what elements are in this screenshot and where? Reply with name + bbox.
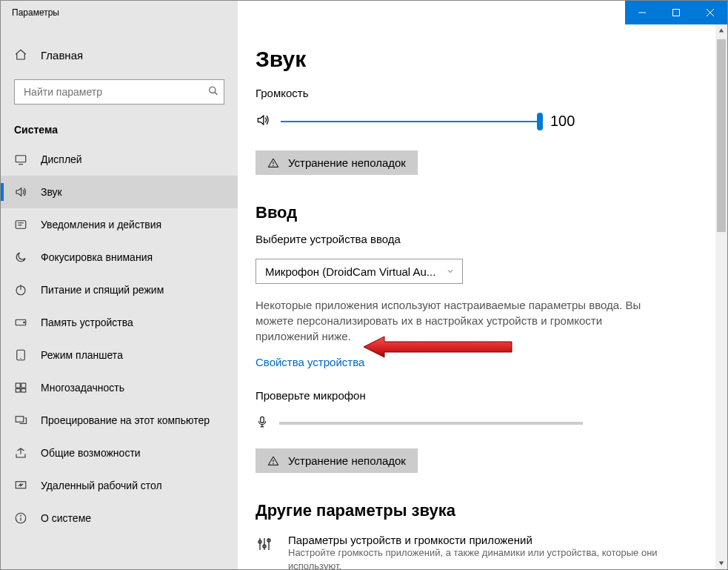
display-icon <box>14 153 27 166</box>
volume-slider[interactable] <box>281 114 540 129</box>
volume-label: Громкость <box>256 87 663 99</box>
other-section-title: Другие параметры звука <box>256 501 663 520</box>
sidebar-item-label: Многозадачность <box>41 382 124 394</box>
sidebar-item-multitasking[interactable]: Многозадачность <box>1 371 238 404</box>
info-icon <box>14 511 27 525</box>
button-label: Устранение неполадок <box>288 454 406 467</box>
svg-rect-8 <box>16 221 26 229</box>
mixer-icon <box>256 534 273 569</box>
home-icon <box>14 48 27 62</box>
scroll-thumb[interactable] <box>717 39 726 232</box>
minimize-button[interactable] <box>625 1 659 24</box>
shared-icon <box>14 446 27 460</box>
home-label: Главная <box>41 49 83 62</box>
vertical-scrollbar[interactable] <box>715 24 727 569</box>
warning-icon <box>267 157 279 169</box>
svg-rect-1 <box>673 10 680 16</box>
input-device-select[interactable]: Микрофон (DroidCam Virtual Au... <box>256 259 463 284</box>
mic-level-bar <box>279 422 583 425</box>
projecting-icon <box>14 414 27 427</box>
window-title: Параметры <box>1 1 238 24</box>
sidebar-item-label: Удаленный рабочий стол <box>41 480 162 491</box>
troubleshoot-output-button[interactable]: Устранение неполадок <box>256 150 418 175</box>
svg-point-27 <box>273 165 274 166</box>
sidebar-item-label: Память устройства <box>41 317 133 328</box>
choose-input-label: Выберите устройства ввода <box>256 233 663 245</box>
titlebar: Параметры <box>1 1 727 24</box>
button-label: Устранение неполадок <box>288 156 406 169</box>
storage-icon <box>14 316 27 329</box>
app-volume-link[interactable]: Параметры устройств и громкости приложен… <box>256 531 663 569</box>
related-description: Настройте громкость приложений, а также … <box>288 546 663 569</box>
search-input[interactable] <box>14 79 224 105</box>
sidebar-item-label: Питание и спящий режим <box>41 284 164 296</box>
search-icon[interactable] <box>208 86 218 99</box>
window-controls <box>625 1 727 24</box>
remote-icon <box>14 479 27 492</box>
sidebar-item-label: Уведомления и действия <box>41 219 161 231</box>
sidebar: Главная Система Дисплей Звук Уведомления… <box>1 24 238 569</box>
volume-value: 100 <box>550 113 575 130</box>
sidebar-item-display[interactable]: Дисплей <box>1 143 238 176</box>
scroll-up-button[interactable] <box>715 24 727 36</box>
svg-rect-18 <box>21 383 26 388</box>
sidebar-item-label: О системе <box>41 512 91 524</box>
sound-icon <box>14 185 27 199</box>
svg-marker-40 <box>719 562 724 566</box>
multitasking-icon <box>14 381 27 394</box>
chevron-down-icon <box>446 267 455 276</box>
svg-line-5 <box>215 92 218 95</box>
input-device-value: Микрофон (DroidCam Virtual Au... <box>265 265 435 278</box>
speaker-icon[interactable] <box>256 113 270 130</box>
sidebar-item-label: Дисплей <box>41 153 82 165</box>
sidebar-item-shared[interactable]: Общие возможности <box>1 437 238 469</box>
sidebar-item-label: Общие возможности <box>41 447 141 459</box>
close-button[interactable] <box>693 1 727 24</box>
sidebar-item-label: Проецирование на этот компьютер <box>41 414 210 426</box>
sidebar-item-about[interactable]: О системе <box>1 502 238 534</box>
svg-point-32 <box>273 463 274 464</box>
sidebar-item-label: Звук <box>41 186 62 198</box>
warning-icon <box>267 455 279 467</box>
page-title: Звук <box>256 47 663 72</box>
device-properties-link[interactable]: Свойства устройства <box>256 356 364 368</box>
sidebar-item-focus[interactable]: Фокусировка внимания <box>1 241 238 274</box>
sidebar-item-projecting[interactable]: Проецирование на этот компьютер <box>1 404 238 437</box>
maximize-button[interactable] <box>659 1 693 24</box>
sidebar-item-notifications[interactable]: Уведомления и действия <box>1 208 238 241</box>
sidebar-item-tablet[interactable]: Режим планшета <box>1 339 238 371</box>
sidebar-item-label: Фокусировка внимания <box>41 251 153 263</box>
svg-rect-28 <box>261 417 264 422</box>
svg-rect-17 <box>16 383 20 388</box>
svg-marker-39 <box>719 29 724 33</box>
svg-point-4 <box>210 87 216 93</box>
svg-point-14 <box>24 322 25 323</box>
svg-rect-21 <box>16 417 24 422</box>
main-content: Звук Громкость 100 Устранение неполадок … <box>238 24 727 569</box>
test-mic-label: Проверьте микрофон <box>256 389 663 402</box>
input-description: Некоторые приложения используют настраив… <box>256 297 663 344</box>
scroll-down-button[interactable] <box>715 557 727 569</box>
power-icon <box>14 283 27 296</box>
input-section-title: Ввод <box>256 203 663 222</box>
svg-rect-19 <box>16 389 20 393</box>
sidebar-item-power[interactable]: Питание и спящий режим <box>1 274 238 306</box>
sidebar-item-remote[interactable]: Удаленный рабочий стол <box>1 469 238 502</box>
home-button[interactable]: Главная <box>1 39 238 70</box>
sidebar-item-sound[interactable]: Звук <box>1 176 238 208</box>
related-title: Параметры устройств и громкости приложен… <box>288 534 663 546</box>
tablet-icon <box>14 348 27 362</box>
microphone-icon <box>256 415 269 431</box>
sidebar-item-storage[interactable]: Память устройства <box>1 306 238 339</box>
sidebar-item-label: Режим планшета <box>41 349 123 361</box>
svg-point-25 <box>21 515 21 516</box>
notifications-icon <box>14 218 27 231</box>
svg-rect-20 <box>21 389 26 393</box>
category-header: Система <box>1 113 238 143</box>
troubleshoot-input-button[interactable]: Устранение неполадок <box>256 448 418 473</box>
svg-rect-6 <box>16 156 26 162</box>
moon-icon <box>14 251 27 264</box>
